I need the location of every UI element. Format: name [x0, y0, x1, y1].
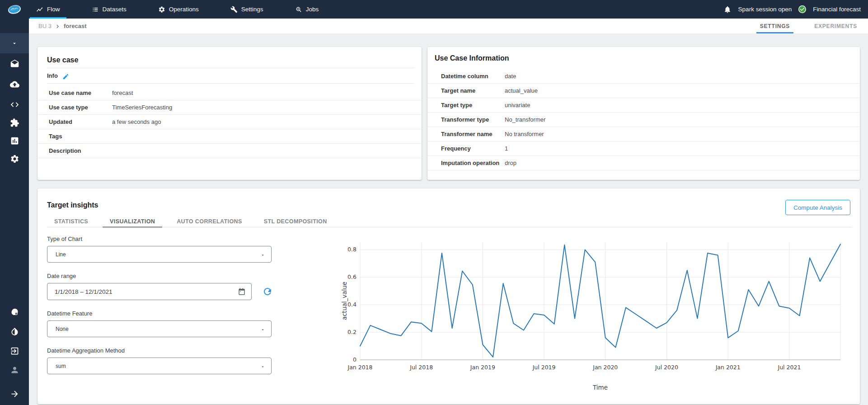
aggregation-method-label: Datetime Aggregation Method [47, 347, 273, 354]
info-section-header: Info [47, 72, 69, 79]
sidebar-item-collapse[interactable] [0, 387, 29, 400]
row-label: Frequency [441, 145, 505, 152]
row-label: Imputation operation [441, 160, 505, 166]
gear-icon [10, 154, 19, 164]
insights-tab-visualization[interactable]: VISUALIZATION [103, 216, 162, 227]
svg-text:Jul 2019: Jul 2019 [532, 364, 556, 371]
nav-tab-datasets[interactable]: Datasets [85, 0, 133, 19]
refresh-icon [262, 286, 273, 297]
svg-text:Jul 2020: Jul 2020 [655, 364, 678, 371]
svg-text:Jan 2020: Jan 2020 [592, 364, 618, 371]
nav-tab-flow[interactable]: Flow [30, 0, 66, 19]
calendar-icon[interactable] [238, 287, 246, 296]
datasets-icon [92, 5, 99, 13]
svg-text:Jan 2021: Jan 2021 [715, 364, 741, 371]
sidebar-item-datasets[interactable] [0, 57, 29, 71]
target-insights-card: Target insights Compute Analysis STATIST… [38, 188, 860, 404]
caret-down-icon [260, 326, 265, 331]
aggregation-method-value: sum [56, 363, 66, 369]
row-label: Use case name [49, 89, 112, 96]
refresh-button[interactable] [262, 286, 273, 297]
sidebar-item-exit-session[interactable] [0, 344, 29, 358]
nav-tab-label: Jobs [306, 6, 319, 13]
use-case-information-title: Use Case Information [435, 54, 509, 62]
target-insights-title: Target insights [47, 201, 99, 209]
pencil-icon[interactable] [62, 72, 69, 79]
svg-text:0: 0 [353, 356, 357, 363]
datetime-feature-label: Datetime Feature [47, 310, 273, 317]
date-range-input[interactable]: 1/1/2018 – 12/1/2021 [47, 283, 252, 300]
sidebar-item-data-upload[interactable] [0, 77, 29, 91]
svg-text:0.4: 0.4 [347, 301, 357, 308]
aggregation-method-select[interactable]: sum [47, 358, 272, 374]
nav-tab-label: Datasets [103, 6, 127, 13]
datetime-feature-value: None [56, 326, 69, 332]
bell-icon[interactable] [723, 5, 732, 14]
row-label: Updated [49, 118, 112, 125]
sidebar-item-models[interactable] [0, 305, 29, 319]
sidebar-item-theme-toggle[interactable] [0, 325, 29, 338]
insights-tab-auto-correlations[interactable]: AUTO CORRELATIONS [169, 216, 249, 227]
row-label: Transformer name [441, 131, 505, 137]
sidebar-item-plugins[interactable] [0, 116, 29, 129]
caret-down-icon [260, 252, 265, 257]
line-chart-svg: Jan 2018Jul 2018Jan 2019Jul 2019Jan 2020… [341, 236, 845, 394]
page-tab-settings[interactable]: SETTINGS [758, 19, 792, 33]
nav-tab-label: Operations [169, 6, 199, 13]
row-label: Tags [49, 133, 112, 140]
page-tab-experiments[interactable]: EXPERIMENTS [812, 19, 859, 33]
table-row: Updateda few seconds ago [38, 115, 422, 129]
date-range-row: 1/1/2018 – 12/1/2021 [47, 283, 273, 300]
use-case-information-card: Use Case Information Datetime columndate… [427, 47, 860, 180]
use-case-table: Use case nameforecastUse case typeTimeSe… [38, 86, 422, 158]
breadcrumb-current: forecast [64, 23, 87, 29]
sidebar-item-project-selector[interactable] [0, 33, 29, 53]
table-row: Transformer typeNo_transformer [427, 113, 860, 127]
date-range-value: 1/1/2018 – 12/1/2021 [55, 288, 113, 295]
insights-tab-statistics[interactable]: STATISTICS [47, 216, 95, 227]
blob-e-icon [10, 307, 19, 317]
chevron-right-icon [54, 23, 61, 29]
sidebar-item-admin[interactable] [0, 152, 29, 165]
sidebar-item-profile[interactable] [0, 363, 29, 377]
compute-analysis-button[interactable]: Compute Analysis [785, 200, 850, 215]
row-label: Target name [441, 87, 505, 94]
divider [47, 83, 414, 84]
divider [47, 227, 852, 227]
row-value: a few seconds ago [112, 118, 161, 125]
use-case-card: Use case Info Use case nameforecastUse c… [38, 47, 422, 180]
visualization-form: Type of Chart Line Date range 1/1/2018 –… [47, 235, 273, 374]
jobs-icon [295, 5, 302, 13]
sidebar-item-code[interactable] [0, 98, 29, 111]
chart-type-select[interactable]: Line [47, 246, 272, 263]
row-value: drop [505, 160, 516, 166]
row-value: No transformer [505, 131, 544, 137]
table-row: Use case nameforecast [38, 86, 422, 100]
inbox-icon [10, 59, 19, 69]
breadcrumb-root[interactable]: BU 3 [38, 23, 52, 29]
row-value: 1 [505, 145, 508, 152]
main-nav: FlowDatasetsOperationsSettingsJobs [30, 0, 344, 19]
row-label: Transformer type [441, 116, 505, 123]
table-row: Use case typeTimeSeriesForecasting [38, 100, 422, 115]
nav-tab-jobs[interactable]: Jobs [289, 0, 325, 19]
datetime-feature-select[interactable]: None [47, 320, 272, 337]
header-right: Spark session open Financial forecast [723, 0, 868, 19]
brand-logo[interactable] [0, 0, 29, 19]
insights-tab-stl-decomposition[interactable]: STL DECOMPOSITION [257, 216, 334, 227]
svg-text:Jul 2018: Jul 2018 [409, 364, 433, 371]
date-range-label: Date range [47, 273, 273, 279]
caret-down-icon [11, 39, 18, 47]
code-icon [10, 100, 19, 109]
sidebar-item-analytics[interactable] [0, 134, 29, 147]
use-case-card-title: Use case [47, 56, 78, 64]
table-row: Imputation operationdrop [427, 156, 860, 170]
nav-tab-settings[interactable]: Settings [224, 0, 270, 19]
row-value: actual_value [505, 87, 538, 94]
project-name[interactable]: Financial forecast [813, 6, 861, 13]
puzzle-icon [10, 118, 19, 127]
app-root: FlowDatasetsOperationsSettingsJobs Spark… [0, 0, 868, 405]
breadcrumb: BU 3 forecast [38, 23, 86, 29]
nav-tab-operations[interactable]: Operations [152, 0, 205, 19]
table-row: Transformer nameNo transformer [427, 127, 860, 141]
